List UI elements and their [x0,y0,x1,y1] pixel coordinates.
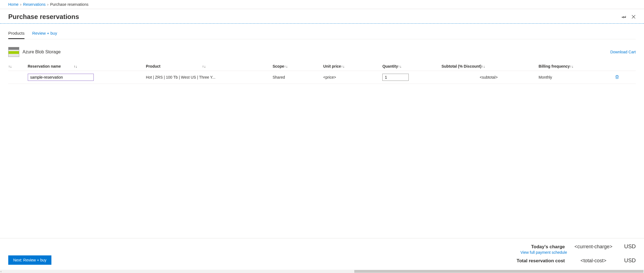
col-product: Product [146,64,161,68]
sort-icon[interactable]: ↑↓ [202,64,206,68]
tabs: Products Review + buy [8,29,636,39]
sort-icon[interactable]: ↑↓ [8,64,12,68]
product-section-title: Azure Blob Storage [23,49,61,54]
page-title: Purchase reservations [8,13,79,21]
cell-billing: Monthly [539,71,615,84]
sort-icon[interactable]: ↑↓ [74,64,77,68]
close-icon[interactable] [631,15,636,19]
pin-icon[interactable] [621,14,626,19]
col-reservation-name: Reservation name [28,64,61,68]
sort-icon[interactable]: ↑↓ [341,64,345,68]
storage-icon [8,47,19,57]
col-unit-price: Unit price [323,64,341,68]
sort-icon[interactable]: ↑↓ [284,64,288,68]
cell-product: Hot | ZRS | 100 Tb | West US | Three Y..… [146,71,273,84]
col-subtotal: Subtotal (% Discount) [441,64,481,68]
tab-review-buy[interactable]: Review + buy [32,29,57,39]
sort-icon[interactable]: ↑↓ [482,64,485,68]
download-cart-link[interactable]: Download Cart [610,50,636,54]
quantity-input[interactable] [382,74,409,81]
cell-unit-price: <price> [323,71,382,84]
sort-icon[interactable]: ↑↓ [398,64,402,68]
sort-icon[interactable]: ↑↓ [570,64,573,68]
table-row: Hot | ZRS | 100 Tb | West US | Three Y..… [8,71,636,84]
col-billing: Billing frequency [539,64,570,68]
col-scope: Scope [273,64,284,68]
chevron-right-icon: › [20,2,21,7]
col-quantity: Quantity [382,64,398,68]
breadcrumb-reservations[interactable]: Reservations [23,2,46,7]
page-header: Purchase reservations [0,9,644,24]
cell-subtotal: <subtotal> [441,71,538,84]
delete-icon[interactable] [615,76,620,80]
reservation-name-input[interactable] [28,74,94,81]
tab-products[interactable]: Products [8,29,24,39]
breadcrumb-home[interactable]: Home [8,2,18,7]
breadcrumb-current: Purchase reservations [50,2,88,7]
cell-scope: Shared [273,71,323,84]
breadcrumb: Home › Reservations › Purchase reservati… [0,0,644,9]
reservations-table: ↑↓ Reservation name ↑↓ Product ↑↓ Scope↑… [8,62,636,84]
chevron-right-icon: › [47,2,49,7]
